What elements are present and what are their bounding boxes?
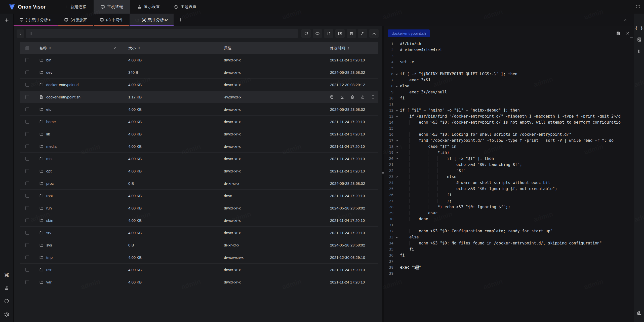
sort-icon[interactable]: ▲▼: [138, 46, 140, 50]
fold-chevron-icon[interactable]: [393, 107, 400, 113]
camera-icon[interactable]: [637, 310, 642, 315]
file-row-srv[interactable]: srv4.00 KBdrwxr-xr-x2021-11-24 17:20:10: [20, 227, 378, 239]
plus-icon[interactable]: [4, 18, 9, 23]
row-checkbox[interactable]: [25, 256, 29, 259]
swap-icon[interactable]: [637, 49, 642, 54]
file-row-docker-entrypoint.sh[interactable]: docker-entrypoint.sh1.17 KB-rwxrwxr-x: [20, 91, 378, 103]
download-button[interactable]: [369, 29, 379, 38]
file-name-cell[interactable]: usr: [34, 268, 123, 272]
terminal-tab-1[interactable]: (1) 应用-分析01: [14, 14, 58, 26]
fold-chevron-icon[interactable]: [393, 174, 400, 180]
file-name-cell[interactable]: sbin: [34, 218, 123, 223]
row-checkbox[interactable]: [25, 83, 29, 87]
editor-file-tab[interactable]: docker-entrypoint.sh: [388, 29, 430, 37]
terminal-tab-4[interactable]: (4) 应用-分析02: [130, 14, 174, 26]
file-name-cell[interactable]: docker-entrypoint.sh: [34, 95, 123, 99]
file-row-var[interactable]: var4.00 KBdrwxr-xr-x2021-11-24 17:20:10: [20, 276, 378, 288]
delete-button[interactable]: [347, 29, 356, 38]
scrollbar-thumb[interactable]: [630, 37, 633, 38]
file-row-docker-entrypoint.d[interactable]: docker-entrypoint.d4.00 KBdrwxr-xr-x2021…: [20, 79, 378, 91]
header-mtime[interactable]: 修改时间▲▼: [327, 46, 378, 51]
row-checkbox[interactable]: [25, 58, 29, 62]
file-row-home[interactable]: home4.00 KBdrwxr-xr-x2021-11-24 17:20:10: [20, 116, 378, 128]
file-name-cell[interactable]: dev: [34, 70, 123, 75]
select-all-checkbox[interactable]: [25, 46, 29, 50]
file-row-sys[interactable]: sys0 Bdr-xr-xr-x2024-05-28 23:58:02: [20, 239, 378, 251]
file-row-tmp[interactable]: tmp4.00 KBdrwxrwxrwx2021-12-30 03:29:10: [20, 251, 378, 264]
file-row-media[interactable]: media4.00 KBdrwxr-xr-x2021-11-24 17:20:1…: [20, 140, 378, 153]
row-checkbox[interactable]: [25, 145, 29, 148]
file-name-cell[interactable]: run: [34, 206, 123, 210]
file-name-cell[interactable]: srv: [34, 231, 123, 235]
fullscreen-icon[interactable]: [635, 4, 640, 9]
file-row-sbin[interactable]: sbin4.00 KBdrwxr-xr-x2021-11-24 17:20:10: [20, 214, 378, 227]
row-checkbox[interactable]: [25, 157, 29, 161]
file-name-cell[interactable]: sys: [34, 243, 123, 247]
new-file-button[interactable]: [324, 29, 333, 38]
file-row-run[interactable]: run4.00 KBdrwxr-xr-x2024-05-28 23:58:02: [20, 202, 378, 214]
upload-button[interactable]: [358, 29, 367, 38]
fold-chevron-icon[interactable]: [393, 150, 400, 156]
file-row-opt[interactable]: opt4.00 KBdrwxr-xr-x2021-11-24 17:20:10: [20, 165, 378, 177]
row-checkbox[interactable]: [25, 70, 29, 74]
drag-handle-icon[interactable]: [382, 172, 384, 175]
fold-chevron-icon[interactable]: [393, 71, 400, 77]
file-name-cell[interactable]: bin: [34, 58, 123, 62]
fullscreen-icon[interactable]: [635, 4, 640, 9]
fold-chevron-icon[interactable]: [393, 234, 400, 240]
palette-icon[interactable]: [4, 299, 9, 304]
command-icon[interactable]: ⌘: [4, 273, 9, 278]
header-name[interactable]: 名称 ▲▼: [34, 46, 123, 51]
gear-icon[interactable]: [4, 312, 9, 317]
file-name-cell[interactable]: etc: [34, 107, 123, 112]
edit-action-icon[interactable]: [340, 95, 344, 99]
copy-action-icon[interactable]: [330, 95, 334, 99]
row-checkbox[interactable]: [25, 120, 29, 124]
file-name-cell[interactable]: var: [34, 280, 123, 284]
file-row-etc[interactable]: etc4.00 KBdrwxr-xr-x2024-05-28 23:58:02: [20, 103, 378, 116]
file-row-bin[interactable]: bin4.00 KBdrwxr-xr-x2021-11-24 17:20:10: [20, 54, 378, 66]
back-button[interactable]: [17, 29, 24, 38]
move-action-icon[interactable]: [371, 95, 375, 99]
file-row-lib[interactable]: lib4.00 KBdrwxr-xr-x2021-11-24 17:20:10: [20, 128, 378, 140]
file-name-cell[interactable]: tmp: [34, 255, 123, 260]
nav-menu-item-3[interactable]: 显示设置: [130, 0, 167, 14]
new-tab-button[interactable]: [4, 18, 9, 23]
fold-chevron-icon[interactable]: [393, 113, 400, 119]
braces-icon[interactable]: { }: [635, 26, 643, 30]
row-checkbox[interactable]: [25, 194, 29, 198]
file-row-mnt[interactable]: mnt4.00 KBdrwxr-xr-x2021-11-24 17:20:10: [20, 153, 378, 165]
delete-action-icon[interactable]: [350, 95, 355, 99]
funnel-icon[interactable]: [113, 46, 117, 50]
row-checkbox[interactable]: [25, 219, 29, 222]
refresh-button[interactable]: [301, 29, 311, 38]
save-button[interactable]: [616, 31, 620, 35]
file-name-cell[interactable]: docker-entrypoint.d: [34, 83, 123, 87]
terminal-tab-3[interactable]: (3) 中间件: [94, 14, 129, 26]
filter-funnel-icon[interactable]: [113, 46, 117, 50]
add-tab-button[interactable]: [174, 14, 187, 26]
header-size[interactable]: 大小▲▼: [123, 46, 219, 51]
file-name-cell[interactable]: proc: [34, 181, 123, 186]
file-name-cell[interactable]: root: [34, 194, 123, 198]
nav-menu-item-4[interactable]: 主题设置: [167, 0, 204, 14]
row-checkbox[interactable]: [25, 108, 29, 111]
path-input[interactable]: [26, 29, 298, 38]
sort-icon[interactable]: ▲▼: [49, 46, 51, 50]
row-checkbox[interactable]: [25, 206, 29, 210]
row-checkbox[interactable]: [25, 231, 29, 235]
new-folder-button[interactable]: [335, 29, 345, 38]
doc-bookmark-icon[interactable]: [637, 37, 642, 42]
file-row-dev[interactable]: dev340 Bdrwxr-xr-x2024-05-28 23:58:02: [20, 66, 378, 79]
download-action-icon[interactable]: [360, 95, 365, 99]
nav-menu-item-1[interactable]: 新建连接: [57, 0, 94, 14]
fold-chevron-icon[interactable]: [393, 83, 400, 89]
file-name-cell[interactable]: media: [34, 144, 123, 149]
close-icon[interactable]: [623, 18, 627, 22]
file-row-usr[interactable]: usr4.00 KBdrwxr-xr-x2021-11-24 17:20:10: [20, 264, 378, 276]
file-row-root[interactable]: root4.00 KBdrwx------2021-11-24 17:20:10: [20, 190, 378, 202]
file-name-cell[interactable]: opt: [34, 169, 123, 173]
plus-icon[interactable]: [178, 18, 183, 22]
close-editor-button[interactable]: [625, 31, 630, 35]
nav-menu-item-2[interactable]: 主机终端: [94, 0, 130, 14]
